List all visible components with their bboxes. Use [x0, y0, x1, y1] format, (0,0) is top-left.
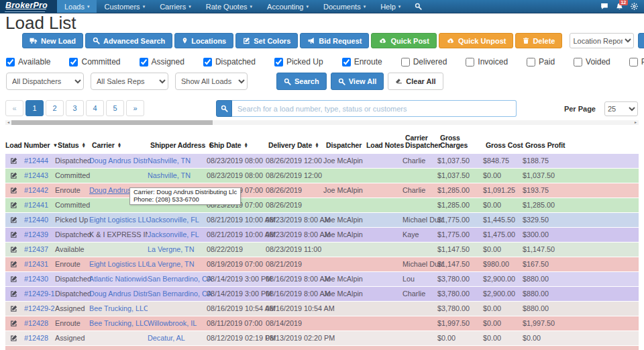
edit-load-button[interactable] [5, 169, 24, 183]
scroll-right-arrow-icon[interactable]: ▸ [633, 120, 639, 125]
delete-button[interactable]: Delete [515, 33, 562, 48]
shipper-address-link[interactable]: Decatur, AL [148, 334, 185, 342]
column-header-status[interactable]: Status▲▼ [58, 142, 92, 149]
column-header-load-number[interactable]: Load Number▼ [5, 142, 58, 149]
scrollbar-thumb[interactable] [11, 120, 213, 125]
dispatcher-filter-select[interactable]: All Dispatchers [6, 73, 84, 90]
carrier-link[interactable]: Eight Logistics LLC [89, 216, 148, 224]
load-number-link[interactable]: #12442 [24, 186, 48, 194]
load-number-link[interactable]: #12439 [24, 230, 48, 238]
nav-item-help[interactable]: Help▾ [373, 0, 408, 13]
status-filter-voided[interactable]: Voided [574, 57, 610, 67]
load-number-link[interactable]: #12440 [24, 216, 48, 224]
messages-button[interactable] [600, 3, 608, 10]
nav-search-button[interactable] [408, 0, 429, 13]
load-view-filter-select[interactable]: Show All Loads [175, 73, 248, 90]
edit-load-button[interactable] [5, 316, 24, 331]
nav-item-loads[interactable]: Loads▾ [57, 0, 97, 13]
set-colors-button[interactable]: Set Colors [235, 33, 298, 48]
nav-item-customers[interactable]: Customers▾ [97, 0, 152, 13]
page-3-button[interactable]: 3 [66, 100, 84, 116]
status-filter-assigned[interactable]: Assigned [140, 57, 184, 67]
load-number-link[interactable]: #12431 [24, 260, 48, 268]
edit-load-button[interactable] [5, 302, 24, 316]
shipper-address-link[interactable]: Nashville, TN [148, 171, 191, 179]
load-number-link[interactable]: #12429-2 [24, 304, 55, 312]
search-input[interactable] [232, 100, 517, 117]
shipper-address-link[interactable]: Nashville, TN [148, 157, 191, 165]
load-number-link[interactable]: #12443 [24, 171, 48, 179]
load-number-link[interactable]: #12441 [24, 201, 48, 209]
shipper-address-link[interactable]: San Bernardino, CA [148, 275, 212, 283]
column-header-shipper-address[interactable]: Shipper Address▲▼ [150, 142, 209, 149]
delivered-checkbox[interactable] [401, 58, 410, 67]
column-header-ship-date[interactable]: Ship Date▲▼ [209, 142, 268, 149]
shipper-address-link[interactable]: Jacksonville, FL [148, 216, 199, 224]
nav-item-carriers[interactable]: Carriers▾ [152, 0, 199, 13]
load-number-link[interactable]: #12444 [24, 157, 48, 165]
column-header-carrier[interactable]: Carrier▲▼ [92, 142, 150, 149]
edit-load-button[interactable] [5, 257, 24, 271]
settings-button[interactable] [631, 3, 638, 10]
notifications-button[interactable]: 12 [616, 3, 623, 11]
page-1-button[interactable]: 1 [25, 100, 44, 116]
status-filter-enroute[interactable]: Enroute [342, 57, 382, 67]
status-filter-picked-up[interactable]: Picked Up [274, 57, 323, 67]
shipper-address-link[interactable]: La Vergne, TN [148, 245, 194, 253]
brand-logo[interactable]: BrokerPro [0, 0, 57, 13]
status-filter-dispatched[interactable]: Dispatched [203, 57, 256, 67]
scroll-left-arrow-icon[interactable]: ◂ [5, 120, 11, 125]
invoiced-checkbox[interactable] [466, 58, 474, 67]
page-2-button[interactable]: 2 [46, 100, 64, 116]
load-number-link[interactable]: #12430 [24, 275, 48, 283]
edit-load-button[interactable] [5, 198, 24, 212]
status-filter-delivered[interactable]: Delivered [401, 57, 447, 67]
search-button[interactable]: Search [276, 73, 327, 90]
edit-load-button[interactable] [5, 243, 24, 257]
dispatched-checkbox[interactable] [203, 58, 212, 67]
carrier-link[interactable]: Bee Trucking, LLC [89, 304, 148, 312]
status-filter-pending[interactable]: Pending [629, 57, 644, 67]
nav-item-rate-quotes[interactable]: Rate Quotes▾ [199, 0, 260, 13]
nav-item-documents[interactable]: Documents▾ [316, 0, 373, 13]
page-5-button[interactable]: 5 [106, 100, 124, 116]
assigned-checkbox[interactable] [140, 58, 148, 67]
available-checkbox[interactable] [6, 58, 15, 67]
load-number-link[interactable]: #12429-1 [24, 290, 55, 298]
page-prev-button[interactable]: « [5, 100, 23, 116]
load-number-link[interactable]: #12437 [24, 245, 48, 253]
edit-load-button[interactable] [5, 272, 24, 286]
committed-checkbox[interactable] [69, 58, 78, 67]
status-filter-invoiced[interactable]: Invoiced [466, 57, 508, 67]
nav-item-accounting[interactable]: Accounting▾ [260, 0, 316, 13]
status-filter-available[interactable]: Available [6, 57, 50, 67]
customize-columns-button[interactable]: Customize Columns [638, 33, 644, 48]
edit-load-button[interactable] [5, 213, 24, 227]
search-submit-button[interactable] [216, 100, 232, 117]
status-filter-paid[interactable]: Paid [527, 57, 555, 67]
column-header-delivery-date[interactable]: Delivery Date▲▼ [268, 142, 326, 149]
per-page-select[interactable]: 25 [604, 101, 638, 116]
new-load-button[interactable]: New Load [22, 33, 83, 48]
carrier-link[interactable]: Atlantic Nationwide... [89, 275, 148, 283]
carrier-link[interactable]: Eight Logistics LLC [89, 260, 148, 268]
quick-unpost-button[interactable]: Quick Unpost [439, 33, 514, 48]
edit-load-button[interactable] [5, 346, 24, 350]
advanced-search-button[interactable]: Advanced Search [85, 33, 172, 48]
shipper-address-link[interactable]: San Bernardino, CA [148, 290, 212, 298]
edit-load-button[interactable] [5, 228, 24, 242]
carrier-link[interactable]: Bee Trucking, LLC [89, 319, 148, 327]
shipper-address-link[interactable]: Willowbrook, IL [148, 319, 197, 327]
edit-load-button[interactable] [5, 183, 24, 198]
locations-button[interactable]: Locations [174, 33, 233, 48]
carrier-link[interactable]: Doug Andrus Distri... [89, 290, 148, 298]
paid-checkbox[interactable] [527, 58, 535, 67]
pending-checkbox[interactable] [629, 58, 638, 67]
shipper-address-link[interactable]: La Vergne, TN [148, 260, 194, 268]
sales-rep-filter-select[interactable]: All Sales Reps [91, 73, 168, 90]
enroute-checkbox[interactable] [342, 58, 351, 67]
quick-post-button[interactable]: Quick Post [371, 33, 436, 48]
clear-all-button[interactable]: Clear All [388, 73, 443, 90]
load-number-link[interactable]: #12428 [24, 334, 48, 342]
edit-load-button[interactable] [5, 154, 24, 168]
